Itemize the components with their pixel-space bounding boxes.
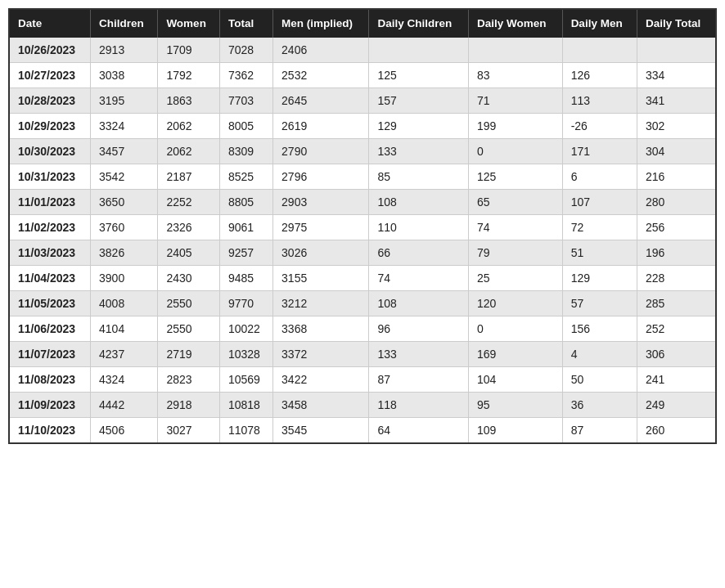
col-header-men-implied: Men (implied) bbox=[273, 9, 369, 38]
cell-date: 11/07/2023 bbox=[9, 341, 91, 366]
cell-daily_men: 87 bbox=[562, 417, 637, 443]
cell-daily_women: 25 bbox=[468, 265, 562, 290]
cell-daily_women: 79 bbox=[468, 240, 562, 265]
col-header-date: Date bbox=[9, 9, 91, 38]
cell-daily_children: 85 bbox=[369, 164, 468, 189]
cell-children: 4442 bbox=[91, 392, 158, 417]
cell-women: 2918 bbox=[158, 392, 220, 417]
cell-daily_men: 6 bbox=[562, 164, 637, 189]
table-row: 10/31/20233542218785252796851256216 bbox=[9, 164, 716, 189]
cell-daily_total bbox=[637, 38, 716, 63]
cell-children: 3900 bbox=[91, 265, 158, 290]
cell-daily_men: 36 bbox=[562, 392, 637, 417]
cell-daily_children: 108 bbox=[369, 290, 468, 316]
cell-total: 9061 bbox=[219, 214, 272, 240]
cell-men_implied: 3212 bbox=[273, 290, 369, 316]
cell-daily_women: 83 bbox=[468, 62, 562, 88]
cell-date: 10/27/2023 bbox=[9, 62, 91, 88]
cell-daily_total: 216 bbox=[637, 164, 716, 189]
cell-women: 1792 bbox=[158, 62, 220, 88]
cell-daily_children: 110 bbox=[369, 214, 468, 240]
cell-children: 2913 bbox=[91, 38, 158, 63]
cell-date: 11/03/2023 bbox=[9, 240, 91, 265]
cell-men_implied: 2645 bbox=[273, 88, 369, 113]
col-header-daily-women: Daily Women bbox=[468, 9, 562, 38]
cell-date: 11/05/2023 bbox=[9, 290, 91, 316]
cell-daily_men: 4 bbox=[562, 341, 637, 366]
cell-daily_men: 129 bbox=[562, 265, 637, 290]
cell-daily_women: 0 bbox=[468, 138, 562, 164]
cell-date: 11/09/2023 bbox=[9, 392, 91, 417]
cell-women: 2823 bbox=[158, 366, 220, 392]
data-table-container: Date Children Women Total Men (implied) … bbox=[8, 8, 717, 444]
cell-men_implied: 3545 bbox=[273, 417, 369, 443]
cell-total: 10022 bbox=[219, 316, 272, 341]
cell-daily_total: 304 bbox=[637, 138, 716, 164]
cell-women: 2062 bbox=[158, 113, 220, 138]
cell-total: 8805 bbox=[219, 189, 272, 214]
cell-daily_children: 157 bbox=[369, 88, 468, 113]
cell-children: 3324 bbox=[91, 113, 158, 138]
cell-daily_children: 66 bbox=[369, 240, 468, 265]
table-row: 11/01/2023365022528805290310865107280 bbox=[9, 189, 716, 214]
cell-daily_total: 280 bbox=[637, 189, 716, 214]
cell-total: 8525 bbox=[219, 164, 272, 189]
cell-men_implied: 2790 bbox=[273, 138, 369, 164]
cell-men_implied: 2406 bbox=[273, 38, 369, 63]
cell-total: 9770 bbox=[219, 290, 272, 316]
cell-children: 4237 bbox=[91, 341, 158, 366]
table-row: 10/30/202334572062830927901330171304 bbox=[9, 138, 716, 164]
cell-date: 10/30/2023 bbox=[9, 138, 91, 164]
cell-daily_women: 95 bbox=[468, 392, 562, 417]
cell-daily_total: 241 bbox=[637, 366, 716, 392]
cell-women: 1863 bbox=[158, 88, 220, 113]
cell-daily_total: 256 bbox=[637, 214, 716, 240]
cell-daily_women bbox=[468, 38, 562, 63]
col-header-children: Children bbox=[91, 9, 158, 38]
cell-daily_total: 302 bbox=[637, 113, 716, 138]
cell-daily_children bbox=[369, 38, 468, 63]
cell-women: 1709 bbox=[158, 38, 220, 63]
cell-women: 2430 bbox=[158, 265, 220, 290]
cell-date: 11/01/2023 bbox=[9, 189, 91, 214]
cell-men_implied: 3422 bbox=[273, 366, 369, 392]
cell-women: 2405 bbox=[158, 240, 220, 265]
cell-women: 2326 bbox=[158, 214, 220, 240]
cell-total: 9485 bbox=[219, 265, 272, 290]
cell-daily_men: 113 bbox=[562, 88, 637, 113]
cell-daily_men: 50 bbox=[562, 366, 637, 392]
cell-daily_men: 156 bbox=[562, 316, 637, 341]
cell-total: 10328 bbox=[219, 341, 272, 366]
cell-women: 3027 bbox=[158, 417, 220, 443]
cell-children: 3542 bbox=[91, 164, 158, 189]
col-header-women: Women bbox=[158, 9, 220, 38]
table-row: 11/03/20233826240592573026667951196 bbox=[9, 240, 716, 265]
cell-date: 10/28/2023 bbox=[9, 88, 91, 113]
cell-men_implied: 3368 bbox=[273, 316, 369, 341]
cell-women: 2550 bbox=[158, 290, 220, 316]
cell-daily_children: 129 bbox=[369, 113, 468, 138]
cell-women: 2550 bbox=[158, 316, 220, 341]
cell-daily_total: 196 bbox=[637, 240, 716, 265]
cell-daily_men: 107 bbox=[562, 189, 637, 214]
cell-daily_total: 260 bbox=[637, 417, 716, 443]
cell-daily_men: 171 bbox=[562, 138, 637, 164]
table-row: 11/06/202341042550100223368960156252 bbox=[9, 316, 716, 341]
cell-children: 4008 bbox=[91, 290, 158, 316]
table-row: 11/09/2023444229181081834581189536249 bbox=[9, 392, 716, 417]
cell-total: 11078 bbox=[219, 417, 272, 443]
cell-daily_women: 125 bbox=[468, 164, 562, 189]
cell-daily_men: 126 bbox=[562, 62, 637, 88]
col-header-total: Total bbox=[219, 9, 272, 38]
table-row: 10/26/20232913170970282406 bbox=[9, 38, 716, 63]
cell-daily_men bbox=[562, 38, 637, 63]
cell-daily_children: 108 bbox=[369, 189, 468, 214]
cell-daily_women: 169 bbox=[468, 341, 562, 366]
cell-date: 10/29/2023 bbox=[9, 113, 91, 138]
col-header-daily-men: Daily Men bbox=[562, 9, 637, 38]
cell-men_implied: 3458 bbox=[273, 392, 369, 417]
cell-date: 11/10/2023 bbox=[9, 417, 91, 443]
cell-daily_women: 109 bbox=[468, 417, 562, 443]
cell-daily_children: 64 bbox=[369, 417, 468, 443]
cell-daily_women: 65 bbox=[468, 189, 562, 214]
